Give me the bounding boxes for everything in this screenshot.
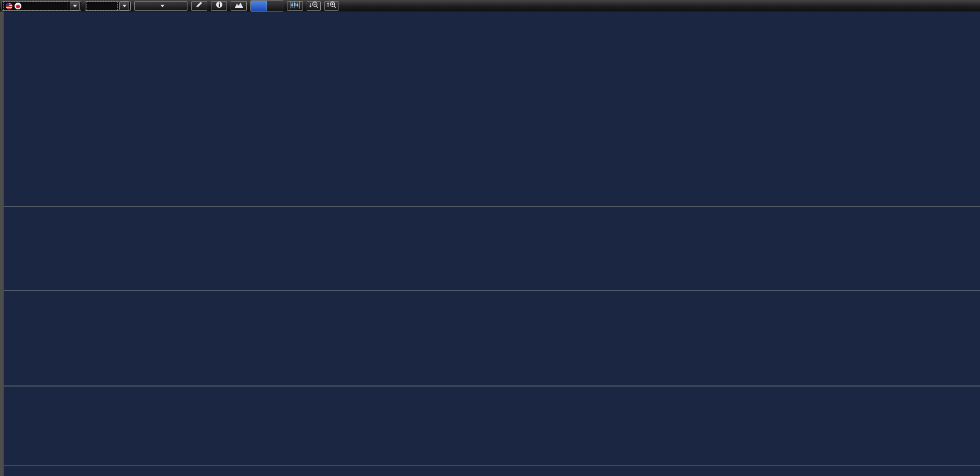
panel-separator-rsi-momentum[interactable] (0, 385, 980, 387)
currency-pair-dropdown-arrow[interactable] (70, 2, 80, 10)
us-flag-icon (6, 3, 12, 9)
chart-window (0, 0, 980, 476)
candle-chart-button[interactable] (287, 1, 303, 11)
draw-tool-button[interactable] (191, 1, 207, 11)
bid-button[interactable] (250, 1, 267, 11)
bid-ask-toggle (250, 1, 283, 11)
technical-select-button[interactable] (134, 1, 187, 11)
candle-chart-icon (291, 1, 300, 11)
timeframe-selector[interactable] (85, 1, 131, 11)
panel-separator-bottom-axis (0, 465, 980, 466)
left-edge-strip (0, 11, 4, 476)
panel-separator-macd-rsi[interactable] (0, 290, 980, 291)
info-icon (216, 1, 223, 10)
toolbar (0, 0, 980, 11)
currency-pair-selector[interactable] (2, 1, 81, 11)
chevron-down-icon (160, 5, 165, 7)
info-button[interactable] (211, 1, 227, 11)
zoom-in-button[interactable] (324, 1, 338, 11)
panel-separator-main-macd[interactable] (0, 206, 980, 207)
pencil-icon (195, 1, 204, 10)
zoom-in-icon (326, 1, 336, 11)
area-chart-button[interactable] (231, 1, 247, 11)
timeframe-dropdown-arrow[interactable] (119, 2, 129, 10)
area-chart-icon (234, 1, 244, 10)
zoom-out-button[interactable] (307, 1, 321, 11)
ask-button[interactable] (267, 1, 283, 11)
jp-flag-icon (15, 3, 21, 9)
zoom-out-icon (309, 1, 319, 11)
